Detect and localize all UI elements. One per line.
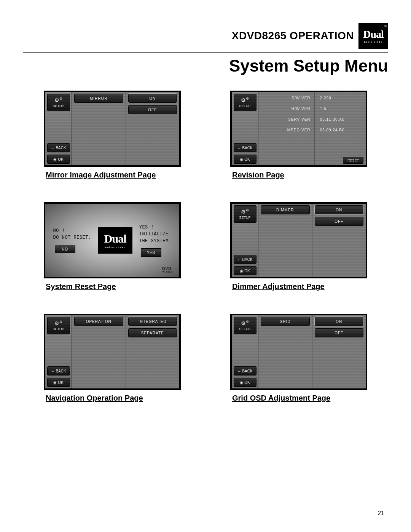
header-rule (23, 52, 388, 53)
back-label: BACK (56, 146, 66, 150)
sidebar: ⚙⚙ SETUP ← BACK ◉ OK (232, 315, 258, 388)
dimmer-on[interactable]: ON (315, 205, 364, 214)
grid-off[interactable]: OFF (315, 328, 364, 337)
revision-cell: ⚙⚙ SETUP ← BACK ◉ OK S/W VER H/W VER SER… (217, 91, 381, 179)
ok-label: OK (244, 380, 250, 385)
dimmer-content: DIMMER ON OFF (258, 204, 366, 277)
sidebar: ⚙⚙ SETUP ← BACK ◉ OK (45, 315, 72, 388)
ok-button[interactable]: ◉ OK (234, 378, 256, 387)
gear-icon: ⚙⚙ (54, 320, 62, 326)
ok-label: OK (244, 157, 250, 161)
revision-screen: ⚙⚙ SETUP ← BACK ◉ OK S/W VER H/W VER SER… (230, 91, 367, 167)
revision-content: S/W VER H/W VER SERV VER MPEG VER 2.290 … (258, 92, 366, 165)
dimmer-screen: ⚙⚙ SETUP ← BACK ◉ OK DIMMER ON (230, 202, 367, 278)
operation-label[interactable]: OPERATION (74, 317, 123, 326)
logo-brand: Dual (104, 232, 126, 245)
setup-button[interactable]: ⚙⚙ SETUP (234, 205, 256, 223)
back-button[interactable]: ← BACK (234, 143, 256, 152)
mirror-on[interactable]: ON (128, 94, 177, 103)
arrow-left-icon: ← (237, 257, 241, 262)
serv-ver-key: SERV VER (261, 115, 312, 123)
reset-yes-line2: INITIALIZE (139, 231, 172, 238)
navigation-cell: ⚙⚙ SETUP ← BACK ◉ OK OPERATION INTE (30, 314, 194, 403)
mirror-content: MIRROR ON OFF (72, 92, 179, 165)
navigation-content: OPERATION INTEGRATED SEPARATE (72, 315, 179, 388)
dot-icon: ◉ (53, 380, 57, 385)
logo-brand: Dual (363, 29, 384, 40)
ok-button[interactable]: ◉ OK (47, 155, 70, 164)
back-label: BACK (56, 369, 66, 373)
ok-label: OK (58, 157, 63, 161)
hw-ver-val: 1.5 (317, 104, 363, 113)
setup-button[interactable]: ⚙⚙ SETUP (47, 317, 70, 334)
back-button[interactable]: ← BACK (47, 143, 70, 152)
back-label: BACK (242, 257, 252, 262)
dual-logo: ® Dual audio·video (358, 23, 388, 49)
logo-subtext: audio·video (105, 246, 126, 249)
reset-cell: NO ! DO NOT RESET. NO Dual audio·video Y… (30, 202, 194, 291)
dimmer-caption: Dimmer Adjustment Page (232, 282, 325, 291)
dvd-sublabel: VIDEO (162, 271, 173, 273)
setup-label: SETUP (53, 104, 64, 108)
mpeg-ver-key: MPEG VER (261, 126, 312, 134)
ok-label: OK (244, 269, 250, 273)
reset-caption: System Reset Page (46, 282, 116, 291)
nav-integrated[interactable]: INTEGRATED (128, 317, 177, 326)
dimmer-off[interactable]: OFF (315, 217, 364, 226)
mirror-caption: Mirror Image Adjustment Page (46, 171, 156, 179)
panels-grid: ⚙⚙ SETUP ← BACK ◉ OK MIRROR ON (23, 91, 388, 403)
reset-no-line1: NO ! (53, 227, 91, 234)
setup-button[interactable]: ⚙⚙ SETUP (47, 94, 70, 111)
sw-ver-val: 2.290 (317, 94, 363, 102)
reset-button[interactable]: RESET (343, 157, 363, 164)
header-text: XDVD8265 OPERATION (232, 30, 354, 42)
arrow-left-icon: ← (51, 146, 54, 150)
model-number: XDVD8265 (232, 30, 287, 42)
ok-button[interactable]: ◉ OK (47, 378, 70, 387)
nav-separate[interactable]: SEPARATE (128, 328, 177, 337)
dimmer-cell: ⚙⚙ SETUP ← BACK ◉ OK DIMMER ON (217, 202, 381, 291)
sidebar: ⚙⚙ SETUP ← BACK ◉ OK (232, 92, 258, 165)
mpeg-ver-val: 05.09.24.B0 (317, 126, 363, 134)
sidebar: ⚙⚙ SETUP ← BACK ◉ OK (232, 204, 258, 277)
navigation-screen: ⚙⚙ SETUP ← BACK ◉ OK OPERATION INTE (44, 314, 181, 390)
arrow-left-icon: ← (237, 146, 241, 150)
mirror-off[interactable]: OFF (128, 105, 177, 114)
reset-no-line2: DO NOT RESET. (53, 234, 91, 241)
ok-button[interactable]: ◉ OK (234, 266, 256, 275)
arrow-left-icon: ← (237, 369, 241, 373)
ok-label: OK (58, 380, 63, 385)
mirror-cell: ⚙⚙ SETUP ← BACK ◉ OK MIRROR ON (30, 91, 194, 179)
grid-label[interactable]: GRID (261, 317, 310, 326)
grid-on[interactable]: ON (315, 317, 364, 326)
reset-no-button[interactable]: NO (55, 245, 75, 253)
back-button[interactable]: ← BACK (234, 255, 256, 264)
dot-icon: ◉ (240, 157, 243, 161)
reset-yes-line1: YES ! (139, 224, 172, 231)
navigation-caption: Navigation Operation Page (46, 394, 143, 403)
gear-icon: ⚙⚙ (241, 97, 249, 103)
hw-ver-key: H/W VER (261, 104, 312, 113)
setup-button[interactable]: ⚙⚙ SETUP (234, 94, 256, 111)
back-button[interactable]: ← BACK (234, 366, 256, 375)
gear-icon: ⚙⚙ (54, 97, 62, 103)
setup-label: SETUP (239, 216, 250, 219)
serv-ver-val: 05.11.08.A0 (317, 115, 363, 123)
ok-button[interactable]: ◉ OK (234, 155, 256, 164)
setup-label: SETUP (239, 327, 250, 331)
sidebar: ⚙⚙ SETUP ← BACK ◉ OK (45, 92, 72, 165)
setup-label: SETUP (239, 104, 250, 108)
gear-icon: ⚙⚙ (241, 320, 249, 326)
grid-content: GRID ON OFF (258, 315, 366, 388)
dual-logo-center: Dual audio·video (98, 227, 132, 254)
setup-button[interactable]: ⚙⚙ SETUP (234, 317, 256, 334)
mirror-label[interactable]: MIRROR (74, 94, 123, 103)
grid-cell: ⚙⚙ SETUP ← BACK ◉ OK GRID ON (217, 314, 381, 403)
back-button[interactable]: ← BACK (47, 366, 70, 375)
grid-caption: Grid OSD Adjustment Page (232, 394, 330, 403)
reset-yes-button[interactable]: YES (141, 248, 161, 257)
dvd-label: DVD (162, 267, 171, 271)
registered-mark: ® (384, 24, 387, 28)
sw-ver-key: S/W VER (261, 94, 312, 102)
dimmer-label[interactable]: DIMMER (261, 205, 310, 214)
